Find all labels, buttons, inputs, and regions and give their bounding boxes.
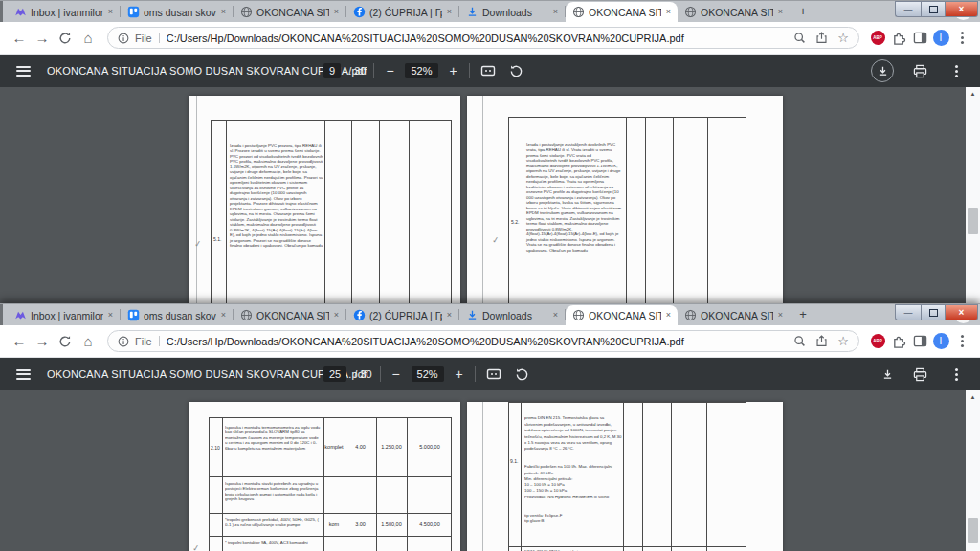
pdf-more-options-icon[interactable] [946,364,967,385]
print-button[interactable] [909,364,930,385]
page-info-icon[interactable] [118,33,129,44]
tab-close-icon[interactable]: × [665,311,672,320]
tab-okoncana-active[interactable]: OKONCANA SITU × [566,305,678,325]
bookmark-star-icon[interactable]: ☆ [837,32,849,44]
profile-avatar[interactable]: I [930,28,951,49]
new-tab-button[interactable]: + [793,306,813,323]
item-unit: komplet [323,444,345,450]
close-button[interactable]: × [946,1,978,17]
tab-okoncana-1[interactable]: OKONCANA SITU × [234,2,345,22]
bookmark-star-icon[interactable]: ☆ [837,335,849,347]
tab-oms-dusan[interactable]: oms dusan skovra × [121,305,233,325]
zoom-page-icon[interactable] [793,335,806,347]
pdf-page-right: 9.1. prema DIN EN 215. Termostatska glav… [467,402,783,551]
scroll-up-arrow[interactable]: ▲ [966,394,980,400]
home-icon[interactable]: ⌂ [77,330,100,353]
tab-okoncana-1[interactable]: OKONCANA SITU × [234,305,345,325]
forward-icon[interactable]: → [31,330,54,353]
vertical-scrollbar[interactable]: ▲ [966,87,980,303]
page-info-icon[interactable] [118,336,129,347]
zoom-out-button[interactable]: − [389,366,404,382]
tab-close-icon[interactable]: × [107,8,114,16]
pdf-menu-icon[interactable] [16,369,31,380]
toolbar-divider [475,366,476,382]
page-number-input[interactable]: 25 [323,366,346,382]
tab-inbox[interactable]: Inbox | ivanmilora × [8,2,120,22]
reload-icon[interactable] [54,330,77,353]
download-button[interactable] [871,59,894,82]
extensions-puzzle-icon[interactable] [888,331,909,352]
tab-cuprija-facebook[interactable]: (2) ĆUPRIJA | Гру × [346,2,458,22]
download-button[interactable] [881,368,894,381]
browser-menu-icon[interactable] [951,28,972,49]
pdf-more-options-icon[interactable] [946,60,967,81]
tab-cuprija-facebook[interactable]: (2) ĆUPRIJA | Гру × [346,305,458,325]
restore-button[interactable] [921,304,946,320]
tab-close-icon[interactable]: × [333,311,340,320]
tab-close-icon[interactable]: × [446,311,453,320]
tab-close-icon[interactable]: × [220,8,227,16]
tab-okoncana-2[interactable]: OKONCANA SITU × [678,305,790,325]
fit-to-page-icon[interactable] [483,364,504,385]
tab-close-icon[interactable]: × [552,311,559,320]
rotate-icon[interactable] [506,60,527,81]
tab-label: (2) ĆUPRIJA | Гру [369,7,442,18]
tab-close-icon[interactable]: × [552,8,559,16]
tab-oms-dusan[interactable]: oms dusan skovra × [121,2,233,22]
extensions-puzzle-icon[interactable] [888,28,909,49]
side-panel-icon[interactable] [909,331,930,352]
tab-downloads[interactable]: Downloads × [459,305,565,325]
scheme-divider [159,336,160,346]
browser-menu-icon[interactable] [951,331,972,352]
scrollbar-thumb[interactable] [968,208,978,234]
tab-close-icon[interactable]: × [665,8,672,16]
tab-okoncana-2[interactable]: OKONCANA SITU × [678,2,790,22]
tab-label: oms dusan skovra [144,310,216,321]
tab-close-icon[interactable]: × [777,8,784,16]
tab-close-icon[interactable]: × [777,311,784,320]
restore-button[interactable] [921,1,946,17]
fit-to-page-icon[interactable] [478,60,499,81]
facebook-icon [352,6,366,19]
restore-icon [929,6,938,13]
tab-close-icon[interactable]: × [107,311,114,320]
vertical-scrollbar[interactable]: ▲ [966,390,980,551]
rotate-icon[interactable] [512,364,533,385]
tab-close-icon[interactable]: × [333,8,340,16]
tab-downloads[interactable]: Downloads × [459,2,565,22]
adblock-extension-icon[interactable]: ABP [867,331,888,352]
new-tab-button[interactable]: + [793,3,813,20]
zoom-out-button[interactable]: − [382,63,397,78]
home-icon[interactable]: ⌂ [77,27,100,50]
address-bar[interactable]: File C:/Users/Hp/Downloads/OKONCANA%20SI… [107,27,859,49]
back-icon[interactable]: ← [8,330,31,353]
tab-close-icon[interactable]: × [220,311,227,320]
address-bar[interactable]: File C:/Users/Hp/Downloads/OKONCANA%20SI… [107,330,859,352]
close-button[interactable]: × [946,304,978,320]
reload-icon[interactable] [54,27,77,50]
zoom-in-button[interactable]: + [446,63,461,78]
minimize-button[interactable]: — [895,1,921,17]
tab-close-icon[interactable]: × [446,8,453,16]
scanned-table: 5.2. Izrada i postavljanje zastakljenih … [508,117,746,303]
checkmark-annotation: ✓ [491,235,500,246]
forward-icon[interactable]: → [31,27,54,50]
zoom-page-icon[interactable] [793,32,806,44]
side-panel-icon[interactable] [909,28,930,49]
scroll-up-arrow[interactable]: ▲ [966,91,980,97]
pdf-menu-icon[interactable] [16,66,31,77]
back-icon[interactable]: ← [8,27,31,50]
print-button[interactable] [909,60,930,81]
share-icon[interactable] [815,32,828,44]
profile-avatar[interactable]: I [930,331,951,352]
minimize-button[interactable]: — [895,304,921,320]
tab-okoncana-active[interactable]: OKONCANA SITU × [566,2,678,22]
share-icon[interactable] [815,335,828,347]
scrollbar-thumb[interactable] [968,518,978,543]
zoom-level[interactable]: 52% [405,63,437,78]
page-number-input[interactable]: 9 [323,63,341,78]
zoom-level[interactable]: 52% [412,366,444,382]
tab-inbox[interactable]: Inbox | ivanmilora × [8,305,120,325]
zoom-in-button[interactable]: + [452,366,467,382]
adblock-extension-icon[interactable]: ABP [867,28,888,49]
